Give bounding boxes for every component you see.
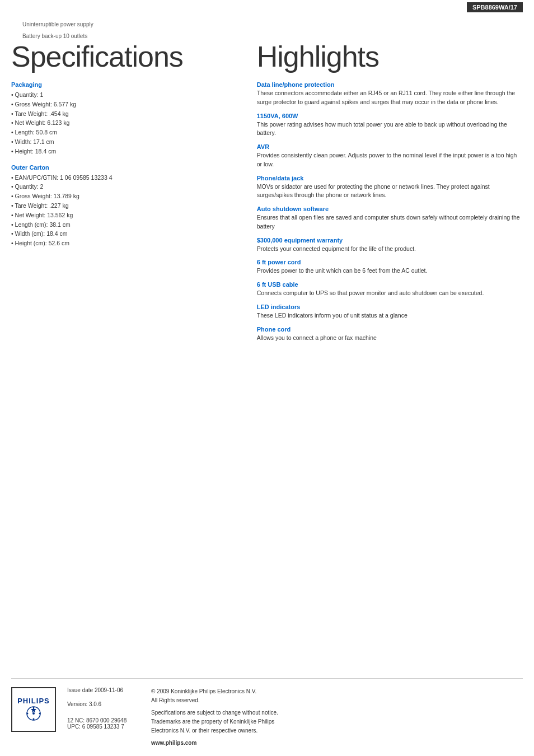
- svg-point-3: [26, 712, 28, 714]
- packaging-title: Packaging: [11, 81, 246, 88]
- footer: PHILIPS Issue date 2009-11-06: [11, 678, 523, 756]
- highlight-section: 6 ft power cordProvides power to the uni…: [257, 259, 523, 276]
- footer-meta: Issue date 2009-11-06 Version: 3.0.6 12 …: [67, 687, 140, 730]
- highlight-text: Provides power to the unit which can be …: [257, 267, 523, 276]
- highlight-heading: Phone/data jack: [257, 175, 523, 181]
- logo-inner: PHILIPS: [17, 697, 50, 723]
- list-item: • Length: 50.8 cm: [11, 128, 246, 137]
- outer-carton-list: • EAN/UPC/GTIN: 1 06 09585 13233 4• Quan…: [11, 173, 246, 248]
- list-item: • Length (cm): 38.1 cm: [11, 220, 246, 230]
- list-item: • Width (cm): 18.4 cm: [11, 229, 246, 239]
- highlight-heading: AVR: [257, 143, 523, 150]
- svg-point-5: [32, 707, 34, 708]
- website: www.philips.com: [151, 739, 278, 748]
- svg-point-4: [39, 712, 40, 714]
- highlight-section: 6 ft USB cableConnects computer to UPS s…: [257, 281, 523, 298]
- list-item: • Height (cm): 52.6 cm: [11, 239, 246, 248]
- highlight-text: MOVs or sidactor are used for protecting…: [257, 183, 523, 200]
- page: SPB8869WA/17 Uninterruptible power suppl…: [0, 0, 534, 756]
- list-item: • Net Weight: 6.123 kg: [11, 118, 246, 128]
- left-column: Specifications Packaging • Quantity: 1• …: [11, 39, 257, 667]
- header-bar: SPB8869WA/17: [0, 0, 534, 13]
- highlight-heading: Phone cord: [257, 326, 523, 333]
- subtitle-line2: Battery back-up 10 outlets: [11, 27, 523, 39]
- logo-text: PHILIPS: [17, 697, 50, 705]
- outer-carton-title: Outer Carton: [11, 164, 246, 171]
- svg-point-6: [32, 718, 34, 720]
- list-item: • Width: 17.1 cm: [11, 137, 246, 147]
- highlight-text: This power rating advises how much total…: [257, 120, 523, 138]
- list-item: • Net Weight: 13.562 kg: [11, 211, 246, 220]
- philips-logo: PHILIPS: [11, 687, 56, 732]
- issue-date: Issue date 2009-11-06: [67, 687, 140, 693]
- highlight-heading: 1150VA, 600W: [257, 113, 523, 119]
- highlight-text: These connectors accommodate either an R…: [257, 89, 523, 107]
- packaging-section: Packaging • Quantity: 1• Gross Weight: 6…: [11, 81, 246, 156]
- list-item: • Tare Weight: .454 kg: [11, 109, 246, 119]
- highlight-section: Data line/phone protectionThese connecto…: [257, 81, 523, 107]
- highlight-section: LED indicatorsThese LED indicators infor…: [257, 304, 523, 320]
- highlight-heading: Data line/phone protection: [257, 81, 523, 88]
- list-item: • Height: 18.4 cm: [11, 147, 246, 156]
- packaging-list: • Quantity: 1• Gross Weight: 6.577 kg• T…: [11, 90, 246, 156]
- outer-carton-section: Outer Carton • EAN/UPC/GTIN: 1 06 09585 …: [11, 164, 246, 248]
- highlights-title: Highlights: [257, 42, 523, 71]
- list-item: • Gross Weight: 13.789 kg: [11, 192, 246, 201]
- subtitle-line1: Uninterruptible power supply: [11, 16, 523, 27]
- highlights-list: Data line/phone protectionThese connecto…: [257, 81, 523, 342]
- highlight-section: 1150VA, 600WThis power rating advises ho…: [257, 113, 523, 138]
- highlight-text: Provides consistently clean power. Adjus…: [257, 151, 523, 169]
- svg-point-2: [32, 712, 35, 715]
- highlight-text: These LED indicators inform you of unit …: [257, 311, 523, 320]
- list-item: • Gross Weight: 6.577 kg: [11, 100, 246, 109]
- version-val: 3.0.6: [89, 701, 101, 707]
- highlight-section: Phone/data jackMOVs or sidactor are used…: [257, 175, 523, 200]
- highlight-text: Allows you to connect a phone or fax mac…: [257, 334, 523, 343]
- copyright-text: © 2009 Koninklijke Philips Electronics N…: [151, 687, 278, 705]
- highlight-heading: $300,000 equipment warranty: [257, 237, 523, 244]
- product-codes: 12 NC: 8670 000 29648UPC: 6 09585 13233 …: [67, 717, 140, 730]
- highlight-heading: Auto shutdown software: [257, 206, 523, 212]
- footer-right: © 2009 Koninklijke Philips Electronics N…: [151, 687, 278, 748]
- main-content: Specifications Packaging • Quantity: 1• …: [0, 39, 534, 667]
- list-item: • EAN/UPC/GTIN: 1 06 09585 13233 4: [11, 173, 246, 183]
- disclaimer-text: Specifications are subject to change wit…: [151, 708, 278, 735]
- subtitle-area: Uninterruptible power supply Battery bac…: [0, 13, 534, 39]
- highlight-text: Ensures that all open files are saved an…: [257, 213, 523, 231]
- highlight-heading: 6 ft USB cable: [257, 281, 523, 288]
- highlight-heading: LED indicators: [257, 304, 523, 310]
- version: Version: 3.0.6: [67, 701, 140, 707]
- highlight-section: Phone cordAllows you to connect a phone …: [257, 326, 523, 343]
- highlight-text: Protects your connected equipment for th…: [257, 245, 523, 254]
- issue-date-val: 2009-11-06: [95, 687, 123, 693]
- highlight-section: AVRProvides consistently clean power. Ad…: [257, 143, 523, 169]
- product-code: SPB8869WA/17: [467, 2, 523, 12]
- issue-label: Issue date: [67, 687, 95, 693]
- logo-emblem: [22, 705, 45, 722]
- highlight-section: Auto shutdown softwareEnsures that all o…: [257, 206, 523, 231]
- right-column: Highlights Data line/phone protectionThe…: [257, 39, 523, 667]
- version-lbl: Version:: [67, 701, 89, 707]
- highlight-text: Connects computer to UPS so that power m…: [257, 289, 523, 298]
- list-item: • Quantity: 1: [11, 90, 246, 100]
- page-title: Specifications: [11, 42, 246, 71]
- list-item: • Quantity: 2: [11, 182, 246, 192]
- list-item: • Tare Weight: .227 kg: [11, 201, 246, 211]
- highlight-heading: 6 ft power cord: [257, 259, 523, 265]
- highlight-section: $300,000 equipment warrantyProtects your…: [257, 237, 523, 254]
